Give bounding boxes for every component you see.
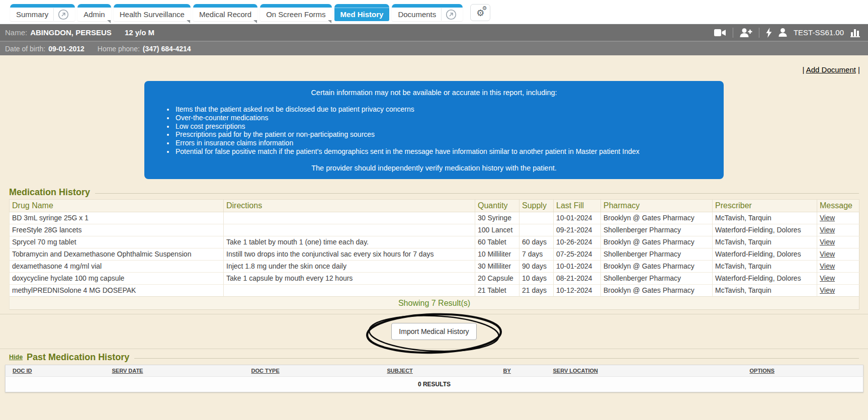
cell-last-fill: 09-21-2024 xyxy=(554,224,601,236)
cell-quantity: 20 Capsule xyxy=(475,272,519,284)
tab-label: Medical Record xyxy=(199,10,251,19)
col-header-subject[interactable]: SUBJECT xyxy=(387,368,413,374)
dob-label: Date of birth: xyxy=(5,45,45,53)
cell-quantity: 10 Milliliter xyxy=(475,248,519,260)
tab-label: Admin xyxy=(83,10,105,19)
view-link[interactable]: View xyxy=(820,262,835,270)
table-row: doxycycline hyclate 100 mg capsuleTake 1… xyxy=(10,272,859,284)
cell-supply: 7 days xyxy=(519,248,554,260)
section-title: Past Medication History xyxy=(27,352,129,363)
title-rule xyxy=(95,193,859,194)
tab-health-surveillance[interactable]: Health Surveillance xyxy=(114,4,191,21)
col-header-doc-id[interactable]: DOC ID xyxy=(13,368,32,374)
bar-chart-icon[interactable] xyxy=(850,28,861,37)
tab-admin[interactable]: Admin xyxy=(77,4,111,21)
notice-bullet: Prescriptions paid for by the patient or… xyxy=(175,130,710,139)
cell-directions: Take 1 capsule by mouth every 12 hours xyxy=(224,272,475,284)
col-header-directions: Directions xyxy=(224,199,475,212)
col-header-serv-date[interactable]: SERV DATE xyxy=(112,368,143,374)
lightning-icon[interactable] xyxy=(766,28,772,38)
tab-documents[interactable]: Documents xyxy=(392,4,463,21)
tab-menu-fold-icon xyxy=(253,20,257,23)
cell-prescriber: McTavish, Tarquin xyxy=(713,284,817,296)
notice-bullet: Potential for false positive match if th… xyxy=(175,147,710,156)
notice-footer: The provider should independently verify… xyxy=(158,164,710,172)
cell-quantity: 30 Milliliter xyxy=(475,260,519,272)
col-header-last-fill: Last Fill xyxy=(554,199,601,212)
add-person-icon[interactable] xyxy=(740,28,752,37)
cell-message: View xyxy=(817,284,859,296)
col-header-message: Message xyxy=(817,199,859,212)
cell-supply: 60 days xyxy=(519,236,554,248)
view-link[interactable]: View xyxy=(820,250,835,258)
popout-icon[interactable] xyxy=(446,9,457,20)
view-link[interactable]: View xyxy=(820,238,835,246)
tab-label: Med History xyxy=(340,10,384,19)
empty-results-row: 0 RESULTS xyxy=(6,376,863,392)
cell-prescriber: McTavish, Tarquin xyxy=(713,260,817,272)
view-link[interactable]: View xyxy=(820,226,835,234)
person-icon[interactable] xyxy=(778,28,787,37)
section-title: Medication History xyxy=(9,187,90,198)
video-camera-icon[interactable] xyxy=(714,29,726,37)
notice-bullet: Errors in insurance claims information xyxy=(175,139,710,147)
cell-supply: 21 days xyxy=(519,284,554,296)
gear-small-icon: ⚙ xyxy=(482,5,487,12)
tab-med-history[interactable]: Med History xyxy=(334,4,390,21)
col-header-options[interactable]: OPTIONS xyxy=(750,368,775,374)
cell-drug: FreeStyle 28G lancets xyxy=(10,224,224,236)
med-history-body: BD 3mL syringe 25G x 130 Syringe10-01-20… xyxy=(10,212,859,296)
cell-prescriber: Waterford-Fielding, Dolores xyxy=(713,272,817,284)
col-header-by[interactable]: BY xyxy=(503,368,511,374)
import-medical-history-button[interactable]: Import Medical History xyxy=(391,323,476,340)
tab-menu-fold-icon xyxy=(107,20,111,23)
phone-label: Home phone: xyxy=(98,45,140,53)
settings-button[interactable]: ⚙ ⚙ xyxy=(470,4,490,21)
cell-message: View xyxy=(817,272,859,284)
table-row: BD 3mL syringe 25G x 130 Syringe10-01-20… xyxy=(10,212,859,224)
col-header-pharmacy: Pharmacy xyxy=(601,199,713,212)
table-row: dexamethasone 4 mg/ml vialInject 1.8 mg … xyxy=(10,260,859,272)
tab-summary[interactable]: Summary xyxy=(10,4,75,21)
cell-pharmacy: Brooklyn @ Gates Pharmacy xyxy=(601,236,713,248)
medication-history-table: Drug Name Directions Quantity Supply Las… xyxy=(9,199,859,310)
view-link[interactable]: View xyxy=(820,286,835,294)
hide-link[interactable]: Hide xyxy=(9,354,23,361)
view-link[interactable]: View xyxy=(820,214,835,222)
tab-label: Summary xyxy=(16,10,48,19)
patient-banner: Name: ABINGDON, PERSEUS 12 y/o M TEST-SS… xyxy=(0,24,868,41)
tab-menu-fold-icon xyxy=(187,20,190,23)
cell-directions: Instill two drops into the conjunctival … xyxy=(224,248,475,260)
view-link[interactable]: View xyxy=(820,274,835,282)
cell-supply: 10 days xyxy=(519,272,554,284)
tab-label: Documents xyxy=(398,10,436,19)
cell-last-fill: 10-01-2024 xyxy=(554,260,601,272)
medication-history-header: Medication History xyxy=(9,187,859,198)
tab-bar: Summary Admin Health Surveillance Medica… xyxy=(0,0,868,24)
cell-prescriber: McTavish, Tarquin xyxy=(713,212,817,224)
cell-message: View xyxy=(817,260,859,272)
cell-pharmacy: Shollenberger Pharmacy xyxy=(601,248,713,260)
tab-medical-record[interactable]: Medical Record xyxy=(193,4,257,21)
tab-divider xyxy=(441,8,442,21)
cell-directions xyxy=(224,224,475,236)
tab-label: On Screen Forms xyxy=(266,10,325,19)
disclaimer-notice: Certain information may not be available… xyxy=(144,81,724,179)
cell-prescriber: McTavish, Tarquin xyxy=(713,236,817,248)
cell-drug: dexamethasone 4 mg/ml vial xyxy=(10,260,224,272)
cell-prescriber: Waterford-Fielding, Dolores xyxy=(713,224,817,236)
add-document-link[interactable]: Add Document xyxy=(806,65,856,74)
table-header-row: DOC ID SERV DATE DOC TYPE SUBJECT BY SER… xyxy=(6,365,863,376)
table-row: Tobramycin and Dexamethasone Ophthalmic … xyxy=(10,248,859,260)
cell-quantity: 100 Lancet xyxy=(475,224,519,236)
table-row: Sprycel 70 mg tabletTake 1 tablet by mou… xyxy=(10,236,859,248)
import-section: Import Medical History xyxy=(0,314,868,349)
cell-pharmacy: Brooklyn @ Gates Pharmacy xyxy=(601,284,713,296)
col-header-serv-location[interactable]: SERV LOCATION xyxy=(553,368,598,374)
cell-supply: 90 days xyxy=(519,260,554,272)
popout-icon[interactable] xyxy=(58,9,69,20)
col-header-doc-type[interactable]: DOC TYPE xyxy=(251,368,280,374)
empty-results-text: 0 RESULTS xyxy=(6,376,863,392)
col-header-drug-name: Drug Name xyxy=(10,199,224,212)
tab-on-screen-forms[interactable]: On Screen Forms xyxy=(260,4,331,21)
